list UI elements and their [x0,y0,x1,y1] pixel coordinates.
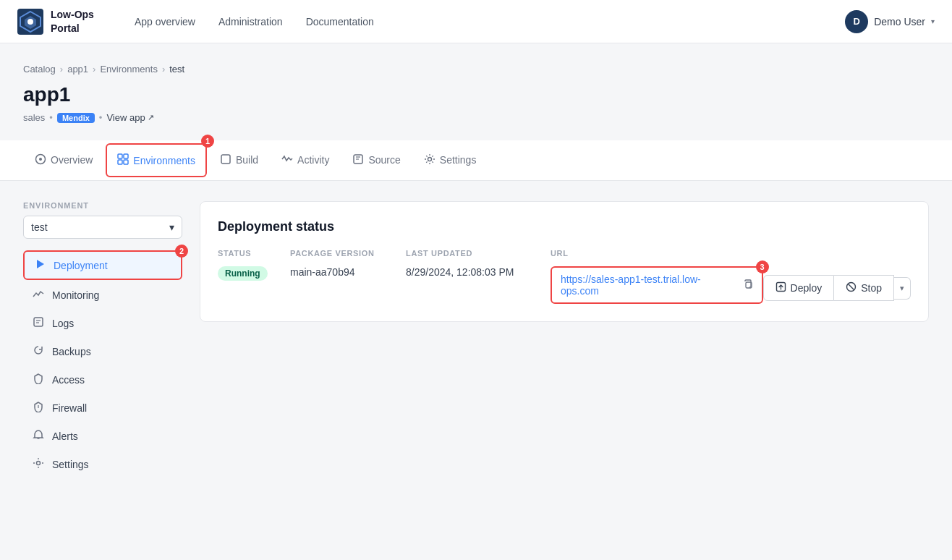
sidebar-item-monitoring[interactable]: Monitoring [23,281,182,308]
copy-icon[interactable] [743,279,753,292]
activity-icon [281,153,293,167]
sidebar-item-alerts[interactable]: Alerts [23,423,182,449]
breadcrumb-app1[interactable]: app1 [67,64,88,75]
sidebar-access-label: Access [52,374,85,386]
user-menu[interactable]: D Demo User ▾ [845,10,935,33]
svg-point-5 [39,158,42,161]
nav-documentation[interactable]: Documentation [297,10,383,33]
url-link[interactable]: https://sales-app1-test.trial.low-ops.co… [561,273,739,297]
environments-icon [117,153,129,167]
overview-icon [35,153,46,167]
url-header: URL [551,249,763,258]
view-app-link[interactable]: View app ↗ [106,112,153,123]
updated-value: 8/29/2024, 12:08:03 PM [406,266,551,278]
nav-administration[interactable]: Administration [210,10,292,33]
svg-marker-15 [37,260,44,268]
deploy-label: Deploy [791,282,823,294]
sidebar-item-firewall[interactable]: Firewall [23,394,182,421]
sidebar-logs-label: Logs [52,318,74,329]
build-icon [220,153,231,167]
user-avatar: D [845,10,868,33]
tab-settings[interactable]: Settings [412,143,488,179]
stop-icon [846,281,857,294]
sidebar-item-access[interactable]: Access [23,366,182,393]
nav-app-overview[interactable]: App overview [126,10,204,33]
sidebar-item-backups[interactable]: Backups [23,338,182,365]
meta-env: sales [23,112,45,123]
breadcrumb-environments[interactable]: Environments [100,64,157,75]
svg-point-21 [37,462,41,465]
external-link-icon: ↗ [148,113,154,122]
meta-dot-2: • [99,112,103,123]
tab-source[interactable]: Source [341,143,412,179]
tabs-bar: Overview Environments 1 Build Activity [0,140,952,181]
breadcrumb-current: test [169,64,184,75]
deployment-table: STATUS Running PACKAGE VERSION main-aa70… [218,249,911,304]
sidebar-nav: Deployment 2 Monitoring Logs [23,250,182,478]
env-select-chevron: ▾ [169,221,174,233]
stop-button[interactable]: Stop [834,275,894,301]
env-label: ENVIRONMENT [23,201,182,210]
tab-overview[interactable]: Overview [23,143,104,179]
sidebar-backups-label: Backups [52,346,91,357]
col-version: PACKAGE VERSION main-aa70b94 [290,249,406,278]
sidebar-settings-icon [32,457,45,471]
updated-header: LAST UPDATED [406,249,551,258]
breadcrumb-sep-1: › [60,64,63,75]
url-outline-wrapper: https://sales-app1-test.trial.low-ops.co… [551,266,763,304]
content-wrapper: Catalog › app1 › Environments › test app… [0,43,952,498]
tab-build-label: Build [236,154,258,166]
status-badge: Running [218,266,290,281]
tab-activity[interactable]: Activity [270,143,341,179]
sidebar-alerts-label: Alerts [52,430,78,442]
svg-rect-16 [34,318,43,326]
firewall-icon [32,401,45,415]
svg-line-25 [849,284,854,290]
stop-chevron-icon: ▾ [900,284,904,292]
logo[interactable]: Low-Ops Portal [17,8,94,34]
step-badge-1: 1 [201,135,214,148]
chevron-down-icon: ▾ [931,17,935,25]
col-updated: LAST UPDATED 8/29/2024, 12:08:03 PM [406,249,551,278]
svg-point-14 [428,157,431,161]
app-meta: sales • Mendix • View app ↗ [23,112,929,123]
col-url: URL https://sales-app1-test.trial.low-op… [551,249,763,304]
breadcrumb: Catalog › app1 › Environments › test [23,64,929,75]
svg-rect-9 [124,160,128,164]
sidebar-settings-label: Settings [52,459,89,470]
url-outline: https://sales-app1-test.trial.low-ops.co… [551,266,763,304]
logs-icon [32,316,45,330]
deployment-outline-wrapper: Deployment 2 [23,250,182,280]
top-navigation: Low-Ops Portal App overview Administrati… [0,0,952,43]
tab-environments[interactable]: Environments [106,143,207,177]
breadcrumb-catalog[interactable]: Catalog [23,64,56,75]
env-select[interactable]: test ▾ [23,216,182,239]
stop-label: Stop [861,282,882,294]
status-header: STATUS [218,249,290,258]
tab-overview-label: Overview [51,154,93,166]
deploy-button[interactable]: Deploy [763,275,835,301]
deployment-card-title: Deployment status [218,219,911,234]
sidebar-item-deployment[interactable]: Deployment [23,250,182,280]
step-badge-3: 3 [756,260,769,273]
sidebar-firewall-label: Firewall [52,402,87,414]
meta-dot-1: • [49,112,53,123]
svg-rect-8 [118,160,122,164]
version-value: main-aa70b94 [290,266,406,278]
nav-links: App overview Administration Documentatio… [126,10,822,33]
tab-build[interactable]: Build [208,143,270,179]
svg-rect-10 [221,155,230,164]
deployment-card: Deployment status STATUS Running PACKAGE… [200,201,929,322]
main-layout: ENVIRONMENT test ▾ Deployment 2 [23,201,929,478]
tab-source-label: Source [368,154,400,166]
view-app-label: View app [106,112,145,123]
tab-activity-label: Activity [297,154,329,166]
settings-icon [424,153,435,167]
stop-dropdown-button[interactable]: ▾ [894,277,911,300]
svg-point-3 [27,19,33,25]
mendix-badge[interactable]: Mendix [57,113,95,123]
sidebar-item-settings[interactable]: Settings [23,451,182,478]
sidebar-item-logs[interactable]: Logs [23,310,182,336]
user-name: Demo User [874,16,925,27]
col-actions: Deploy Stop ▾ [763,275,911,304]
